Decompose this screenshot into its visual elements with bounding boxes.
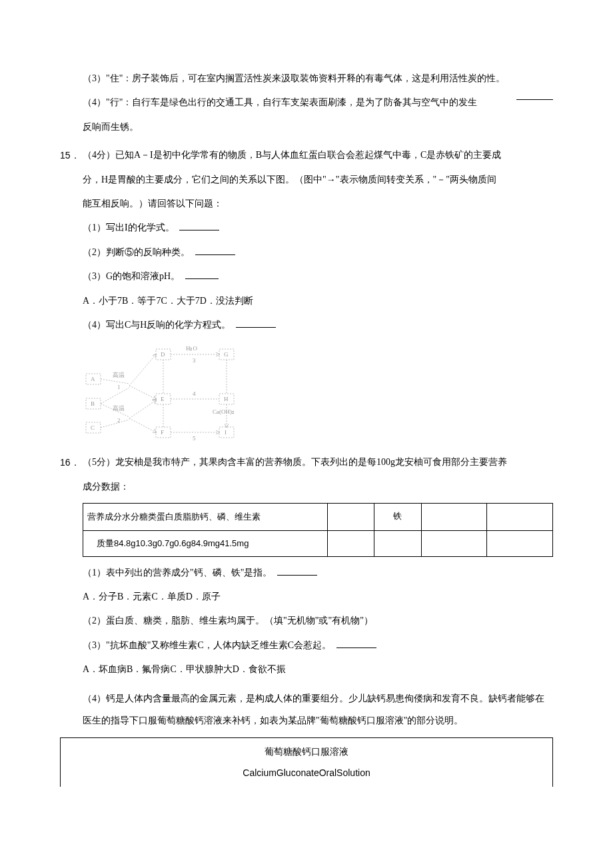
- q16-box: 葡萄糖酸钙口服溶液 CalciumGluconateOralSolution: [60, 737, 553, 787]
- svg-text:F: F: [161, 429, 164, 436]
- q16-sub1-blank: [277, 565, 317, 576]
- cell-r1c4: [421, 504, 487, 531]
- q15-sub2-text: （2）判断⑤的反响种类。: [83, 247, 190, 257]
- q16-sub1: （1）表中列出的营养成分"钙、磷、铁"是指。: [83, 561, 553, 585]
- q16-options1-text: A．分子B．元素C．单质D．原子: [83, 592, 221, 602]
- q15-stem-line1: （4分）已知A－I是初中化学常有的物质，B与人体血红蛋白联合会惹起煤气中毒，C是…: [83, 143, 553, 167]
- svg-line-28: [101, 388, 129, 404]
- svg-text:H₂O: H₂O: [186, 345, 197, 352]
- q15-number: 15．: [60, 143, 83, 216]
- q15-sub4-blank: [236, 317, 276, 328]
- cell-r2c2: [327, 530, 374, 556]
- cell-r1c3: 铁: [374, 504, 422, 531]
- svg-text:3: 3: [193, 357, 196, 364]
- q14-blank: [516, 91, 553, 100]
- svg-text:5: 5: [193, 435, 196, 442]
- q14-fragment: （3）"住"：房子装饰后，可在室内搁置活性炭来汲取装饰资料开释的有毒气体，这是利…: [60, 67, 553, 139]
- svg-line-29: [129, 386, 156, 399]
- q16-sub3: （3）"抗坏血酸"又称维生素C，人体内缺乏维生素C会惹起。: [83, 634, 553, 657]
- q16-options1: A．分子B．元素C．单质D．原子: [83, 585, 553, 609]
- svg-text:B: B: [91, 400, 95, 407]
- q16-stem: （5分）龙安柚是我市特产，其果肉含丰富的营养物质。下表列出的是每100g龙安柚可…: [83, 450, 553, 499]
- q16-number: 16．: [60, 450, 83, 499]
- cell-r2c3: [374, 530, 422, 556]
- svg-text:D: D: [161, 351, 165, 358]
- q14-sub4b-text: 反响而生锈。: [83, 122, 139, 132]
- svg-text:A: A: [91, 376, 95, 382]
- svg-text:Ca(OH)₂: Ca(OH)₂: [213, 408, 235, 415]
- svg-text:I: I: [225, 429, 227, 436]
- q15-sub4: （4）写出C与H反响的化学方程式。: [83, 313, 553, 337]
- q15: 15． （4分）已知A－I是初中化学常有的物质，B与人体血红蛋白联合会惹起煤气中…: [60, 143, 553, 216]
- q14-sub3-text: （3）"住"：房子装饰后，可在室内搁置活性炭来汲取装饰资料开释的有毒气体，这是利…: [83, 73, 505, 83]
- q15-stem: （4分）已知A－I是初中化学常有的物质，B与人体血红蛋白联合会惹起煤气中毒，C是…: [83, 143, 553, 216]
- svg-line-30: [129, 354, 156, 386]
- cell-r1c1: 营养成分水分糖类蛋白质脂肪钙、磷、维生素: [83, 504, 328, 531]
- q15-options: A．小于7B．等于7C．大于7D．没法判断: [83, 289, 553, 313]
- q14-sub4b: 反响而生锈。: [83, 115, 553, 139]
- svg-text:G: G: [224, 351, 229, 358]
- q16-sub3-blank: [336, 638, 376, 648]
- q16-options3: A．坏血病B．氟骨病C．甲状腺肿大D．食欲不振: [83, 657, 553, 681]
- table-row: 质量84.8g10.3g0.7g0.6g84.9mg41.5mg: [83, 530, 553, 556]
- svg-line-27: [101, 379, 129, 384]
- q16-sub3-text: （3）"抗坏血酸"又称维生素C，人体内缺乏维生素C会惹起。: [83, 640, 331, 650]
- cell-r2c5: [487, 530, 553, 556]
- q16-table: 营养成分水分糖类蛋白质脂肪钙、磷、维生素 铁 质量84.8g10.3g0.7g0…: [83, 503, 553, 557]
- svg-text:E: E: [161, 396, 165, 402]
- q15-stem-line3: 能互相反响。）请回答以下问题：: [83, 192, 553, 216]
- svg-line-34: [129, 418, 156, 432]
- svg-line-32: [101, 420, 129, 428]
- q15-sub3-blank: [185, 268, 219, 279]
- q14-sub4a-text: （4）"行"：自行车是绿色出行的交通工具，自行车支架表面刷漆，是为了防备其与空气…: [83, 91, 477, 115]
- svg-text:高温: 高温: [113, 405, 125, 412]
- q15-sub3-text: （3）G的饱和溶液pH。: [83, 271, 180, 281]
- box-line2: CalciumGluconateOralSolution: [61, 763, 552, 783]
- box-line1: 葡萄糖酸钙口服溶液: [61, 742, 552, 763]
- q16-options3-text: A．坏血病B．氟骨病C．甲状腺肿大D．食欲不振: [83, 664, 286, 674]
- q16-sub4: （4）钙是人体内含量最高的金属元素，是构成人体的重要组分。少儿缺钙易患佝偻病和发…: [83, 687, 553, 732]
- q16-sub2: （2）蛋白质、糖类，脂肪、维生素均属于。（填"无机物"或"有机物"）: [83, 609, 553, 633]
- q15-sub1-text: （1）写出I的化学式。: [83, 222, 175, 232]
- cell-r1c5: [487, 504, 553, 531]
- q14-sub3: （3）"住"：房子装饰后，可在室内搁置活性炭来汲取装饰资料开释的有毒气体，这是利…: [83, 67, 553, 91]
- svg-text:C: C: [91, 424, 95, 431]
- q14-sub4: （4）"行"：自行车是绿色出行的交通工具，自行车支架表面刷漆，是为了防备其与空气…: [83, 91, 553, 115]
- q16-stem-line1: （5分）龙安柚是我市特产，其果肉含丰富的营养物质。下表列出的是每100g龙安柚可…: [83, 450, 553, 474]
- q15-diagram-svg: A B C D E F G H I 高温 1 高温 2 H₂O 3 4 5 Ca…: [83, 344, 249, 444]
- table-row: 营养成分水分糖类蛋白质脂肪钙、磷、维生素 铁: [83, 504, 553, 531]
- q15-stem-line2: 分，H是胃酸的主要成分，它们之间的关系以下图。（图中"→"表示物质间转变关系，"…: [83, 168, 553, 192]
- q15-sub1: （1）写出I的化学式。: [83, 216, 553, 240]
- svg-text:1: 1: [117, 384, 121, 390]
- q15-sub3: （3）G的饱和溶液pH。: [83, 264, 553, 288]
- q15-sub2-blank: [195, 244, 235, 255]
- q16-sub1-text: （1）表中列出的营养成分"钙、磷、铁"是指。: [83, 568, 272, 578]
- q15-sub1-blank: [179, 220, 219, 230]
- q15-diagram: A B C D E F G H I 高温 1 高温 2 H₂O 3 4 5 Ca…: [83, 344, 249, 444]
- q16-sub4-text: （4）钙是人体内含量最高的金属元素，是构成人体的重要组分。少儿缺钙易患佝偻病和发…: [83, 693, 544, 726]
- svg-text:高温: 高温: [113, 372, 125, 378]
- cell-r2c4: [421, 530, 487, 556]
- svg-text:4: 4: [193, 390, 196, 397]
- q16-sub2-text: （2）蛋白质、糖类，脂肪、维生素均属于。（填"无机物"或"有机物"）: [83, 616, 373, 626]
- svg-line-33: [129, 400, 156, 418]
- q16-stem-line2: 成分数据：: [83, 475, 553, 499]
- svg-text:H: H: [224, 396, 229, 402]
- q15-options-text: A．小于7B．等于7C．大于7D．没法判断: [83, 296, 253, 306]
- cell-r2c1: 质量84.8g10.3g0.7g0.6g84.9mg41.5mg: [83, 530, 328, 556]
- cell-r1c2: [327, 504, 374, 531]
- svg-rect-16: [219, 427, 234, 438]
- q15-sub4-text: （4）写出C与H反响的化学方程式。: [83, 320, 231, 330]
- q15-sub2: （2）判断⑤的反响种类。: [83, 240, 553, 264]
- q16: 16． （5分）龙安柚是我市特产，其果肉含丰富的营养物质。下表列出的是每100g…: [60, 450, 553, 499]
